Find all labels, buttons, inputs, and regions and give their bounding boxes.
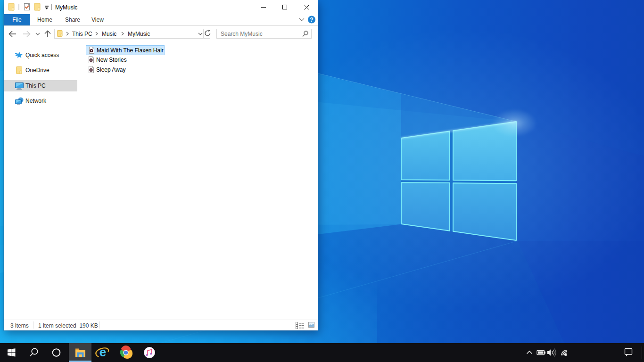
svg-text:Search MyMusic: Search MyMusic	[221, 31, 263, 37]
svg-text:e: e	[99, 345, 106, 359]
svg-text:MyMusic: MyMusic	[128, 31, 150, 37]
svg-text:Music: Music	[102, 31, 116, 37]
svg-text:?: ?	[310, 16, 313, 23]
svg-text:This PC: This PC	[72, 31, 92, 37]
